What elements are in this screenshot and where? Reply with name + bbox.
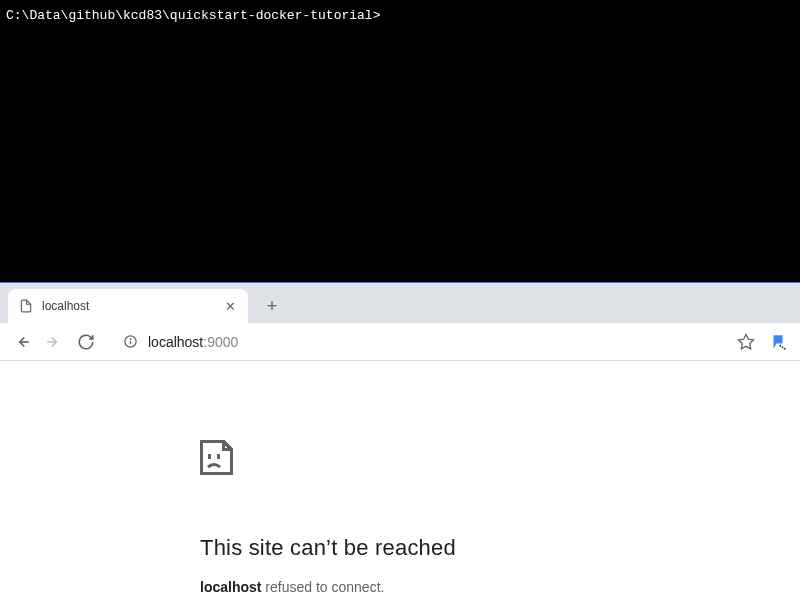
error-message: localhost refused to connect. — [200, 579, 800, 595]
bookmark-button[interactable] — [732, 328, 760, 356]
tab-strip: localhost ✕ + — [0, 283, 800, 323]
browser-window: localhost ✕ + — [0, 282, 800, 600]
address-bar[interactable]: localhost:9000 — [122, 328, 720, 356]
svg-point-6 — [779, 344, 781, 346]
error-page: This site can’t be reached localhost ref… — [0, 361, 800, 600]
extension-icon[interactable] — [768, 332, 788, 352]
error-host: localhost — [200, 579, 261, 595]
tab-title: localhost — [42, 299, 222, 313]
svg-point-4 — [130, 339, 131, 340]
file-icon — [18, 298, 34, 314]
error-refused: refused to connect. — [261, 579, 384, 595]
reload-button[interactable] — [72, 328, 100, 356]
error-title: This site can’t be reached — [200, 535, 800, 561]
svg-marker-5 — [739, 334, 754, 348]
svg-rect-10 — [217, 454, 220, 459]
browser-tab[interactable]: localhost ✕ — [8, 289, 248, 323]
terminal-window[interactable]: C:\Data\github\kcd83\quickstart-docker-t… — [0, 0, 800, 282]
svg-rect-9 — [208, 454, 211, 459]
back-button[interactable] — [8, 328, 36, 356]
svg-point-7 — [782, 346, 784, 348]
close-icon[interactable]: ✕ — [222, 298, 238, 314]
url-port: :9000 — [203, 334, 238, 350]
forward-button[interactable] — [40, 328, 68, 356]
sad-page-icon — [198, 439, 270, 511]
svg-point-8 — [784, 347, 786, 349]
url-host: localhost — [148, 334, 203, 350]
browser-toolbar: localhost:9000 — [0, 323, 800, 361]
terminal-prompt: C:\Data\github\kcd83\quickstart-docker-t… — [6, 8, 380, 23]
new-tab-button[interactable]: + — [258, 292, 286, 320]
info-icon[interactable] — [122, 334, 138, 350]
